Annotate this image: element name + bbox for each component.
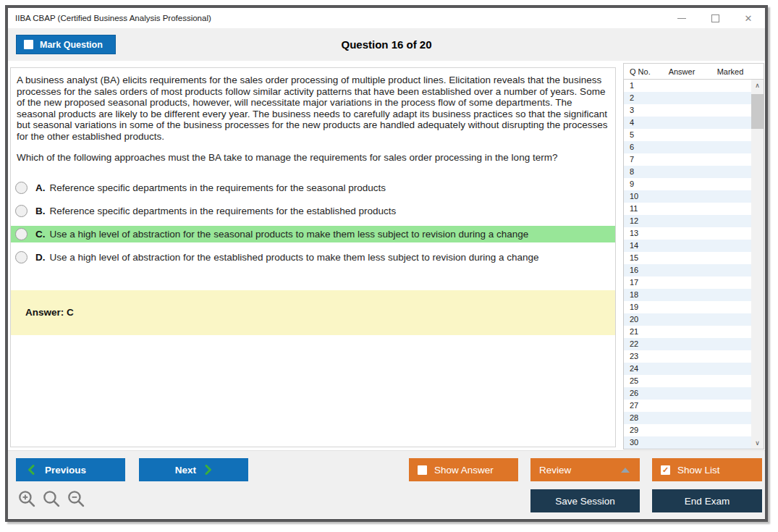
question-list-row[interactable]: 30 <box>624 436 751 449</box>
column-answer: Answer <box>661 67 702 76</box>
show-answer-label: Show Answer <box>434 465 494 476</box>
review-label: Review <box>539 465 571 476</box>
option-letter: D. <box>35 252 46 263</box>
option-letter: C. <box>35 229 46 240</box>
review-dropdown-icon <box>621 468 630 473</box>
scroll-up-icon[interactable]: ∧ <box>751 80 764 91</box>
option-text: Reference specific departments in the re… <box>50 206 397 216</box>
question-list-row[interactable]: 7 <box>624 153 751 166</box>
answer-label: Answer: C <box>11 307 74 318</box>
question-list-row[interactable]: 5 <box>624 129 751 141</box>
sidebar-scrollbar[interactable]: ∧ ∨ <box>751 80 764 449</box>
question-list-row[interactable]: 29 <box>624 424 751 436</box>
radio-button-icon[interactable] <box>15 228 28 240</box>
footer-bar: Previous Next Show Answer Review ✓ Show … <box>8 450 765 518</box>
question-list-row[interactable]: 19 <box>624 301 751 313</box>
question-list-row[interactable]: 18 <box>624 289 751 301</box>
question-list-row[interactable]: 9 <box>624 178 751 190</box>
show-list-button[interactable]: ✓ Show List <box>652 458 762 481</box>
question-panel: A business analyst (BA) elicits requirem… <box>10 67 616 447</box>
previous-button[interactable]: Previous <box>16 458 125 481</box>
question-list-row[interactable]: 14 <box>624 240 751 252</box>
question-list-row[interactable]: 21 <box>624 326 751 338</box>
header-bar: Mark Question Question 16 of 20 <box>8 28 765 61</box>
mark-question-button[interactable]: Mark Question <box>16 35 116 54</box>
question-list-box: 1234567891011121314151617181920212223242… <box>623 80 764 449</box>
zoom-icon[interactable] <box>43 490 61 508</box>
show-answer-button[interactable]: Show Answer <box>409 458 518 481</box>
option-d[interactable]: D.Use a high level of abstraction for th… <box>11 249 615 266</box>
question-list-row[interactable]: 10 <box>624 190 751 203</box>
option-letter: B. <box>35 206 46 216</box>
radio-button-icon[interactable] <box>15 205 28 217</box>
question-list-row[interactable]: 1 <box>624 80 751 92</box>
zoom-controls <box>18 490 85 508</box>
question-list-row[interactable]: 17 <box>624 276 751 289</box>
question-list-row[interactable]: 11 <box>624 203 751 215</box>
question-counter: Question 16 of 20 <box>8 38 765 51</box>
app-window: IIBA CBAP (Certified Business Analysis P… <box>5 5 768 522</box>
question-list-row[interactable]: 23 <box>624 350 751 363</box>
previous-label: Previous <box>45 465 86 476</box>
question-list-row[interactable]: 2 <box>624 92 751 104</box>
zoom-out-icon[interactable] <box>67 490 85 508</box>
question-list-row[interactable]: 25 <box>624 375 751 387</box>
question-list-sidebar: Q No. Answer Marked 12345678910111213141… <box>623 63 764 450</box>
question-list-row[interactable]: 3 <box>624 104 751 117</box>
show-answer-checkbox[interactable] <box>418 465 427 475</box>
main-area: A business analyst (BA) elicits requirem… <box>8 61 765 450</box>
titlebar: IIBA CBAP (Certified Business Analysis P… <box>8 8 765 28</box>
show-list-label: Show List <box>677 465 720 476</box>
question-paragraph: A business analyst (BA) elicits requirem… <box>17 75 608 142</box>
question-list-row[interactable]: 26 <box>624 387 751 400</box>
mark-question-checkbox[interactable] <box>24 40 33 49</box>
option-letter: A. <box>35 182 46 193</box>
column-marked: Marked <box>702 67 758 76</box>
left-chevron-icon <box>28 465 35 475</box>
scrollbar-thumb[interactable] <box>751 94 764 129</box>
question-list-row[interactable]: 8 <box>624 166 751 178</box>
option-text: Use a high level of abstraction for the … <box>50 229 529 240</box>
question-list-row[interactable]: 27 <box>624 400 751 412</box>
maximize-icon <box>711 14 719 22</box>
question-list-row[interactable]: 4 <box>624 117 751 129</box>
close-icon: ✕ <box>745 13 753 24</box>
radio-button-icon[interactable] <box>15 251 28 263</box>
window-title: IIBA CBAP (Certified Business Analysis P… <box>8 14 211 22</box>
show-list-checkbox[interactable]: ✓ <box>661 465 670 475</box>
scroll-down-icon[interactable]: ∨ <box>751 437 764 449</box>
mark-question-label: Mark Question <box>40 40 103 50</box>
question-list-row[interactable]: 6 <box>624 141 751 153</box>
next-button[interactable]: Next <box>139 458 248 481</box>
option-c[interactable]: C.Use a high level of abstraction for th… <box>11 226 615 242</box>
radio-button-icon[interactable] <box>15 182 28 194</box>
close-button[interactable]: ✕ <box>732 8 765 28</box>
question-list-row[interactable]: 15 <box>624 252 751 264</box>
option-b[interactable]: B.Reference specific departments in the … <box>11 203 615 219</box>
option-a[interactable]: A.Reference specific departments in the … <box>11 180 615 196</box>
right-chevron-icon <box>205 465 212 475</box>
window-controls: ✕ <box>665 8 765 28</box>
end-exam-label: End Exam <box>685 496 730 507</box>
end-exam-button[interactable]: End Exam <box>652 489 762 512</box>
next-label: Next <box>175 465 196 476</box>
options-list: A.Reference specific departments in the … <box>11 180 615 266</box>
column-qno: Q No. <box>624 67 661 76</box>
question-list-row[interactable]: 22 <box>624 338 751 350</box>
question-prompt: Which of the following approaches must t… <box>17 152 608 164</box>
question-list-row[interactable]: 28 <box>624 412 751 424</box>
answer-box: Answer: C <box>11 290 615 335</box>
maximize-button[interactable] <box>698 8 732 28</box>
option-text: Reference specific departments in the re… <box>50 182 386 193</box>
question-list-row[interactable]: 20 <box>624 313 751 326</box>
option-text: Use a high level of abstraction for the … <box>50 252 539 263</box>
review-button[interactable]: Review <box>530 458 640 481</box>
save-session-label: Save Session <box>555 496 615 507</box>
question-list-row[interactable]: 24 <box>624 363 751 375</box>
minimize-button[interactable] <box>665 8 698 28</box>
zoom-in-icon[interactable] <box>18 490 36 508</box>
question-list-row[interactable]: 16 <box>624 264 751 276</box>
question-list-row[interactable]: 12 <box>624 215 751 227</box>
question-list-row[interactable]: 13 <box>624 227 751 240</box>
save-session-button[interactable]: Save Session <box>530 489 640 512</box>
